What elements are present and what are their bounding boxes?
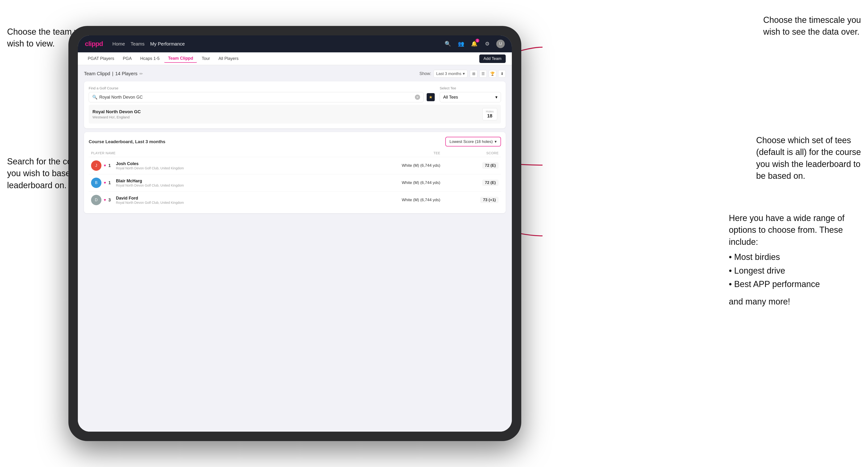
edit-icon[interactable]: ✏	[140, 71, 143, 76]
show-controls: Show: Last 3 months ▾ ⊞ ☰ 🏆 ⬇	[420, 70, 506, 77]
ann-mr-line3: you wish the leaderboard to	[756, 159, 861, 169]
player-count-label: 14 Players	[115, 71, 137, 76]
table-row: J ♥ 1 Josh Coles Royal North Devon Golf …	[89, 157, 501, 174]
tee-select-dropdown[interactable]: All Tees ▾	[440, 92, 501, 102]
main-content: Team Clippd | 14 Players ✏ Show: Last 3 …	[78, 65, 512, 432]
download-icon[interactable]: ⬇	[498, 70, 506, 77]
ipad-device: clippd Home Teams My Performance 🔍 👥 🔔 1…	[68, 26, 521, 441]
col-tee: TEE	[334, 149, 442, 157]
score-badge-2: 73 (+1)	[480, 197, 499, 203]
player-score-2: 73 (+1)	[443, 191, 501, 209]
player-info-1: Blair McHarg Royal North Devon Golf Club…	[116, 179, 184, 187]
annotation-top-right: Choose the timescale you wish to see the…	[763, 14, 861, 38]
ann-tl-line2: wish to view.	[7, 39, 55, 49]
tab-team-clippd[interactable]: Team Clippd	[164, 55, 197, 63]
ann-tr-line2: wish to see the data over.	[763, 27, 860, 36]
tab-pga[interactable]: PGA	[119, 55, 135, 63]
trophy-icon[interactable]: 🏆	[489, 70, 496, 77]
ann-mr-line2: (default is all) for the course	[756, 147, 861, 157]
team-title: Team Clippd | 14 Players ✏	[84, 71, 143, 76]
search-row: 🔍 ✕ ★	[89, 92, 435, 102]
player-club-1: Royal North Devon Golf Club, United King…	[116, 184, 184, 187]
player-cell-0: J ♥ 1 Josh Coles Royal North Devon Golf …	[89, 157, 334, 174]
player-info-2: David Ford Royal North Devon Golf Club, …	[116, 196, 184, 205]
ipad-screen: clippd Home Teams My Performance 🔍 👥 🔔 1…	[78, 35, 512, 432]
holes-label: Holes	[486, 110, 494, 113]
bullet-item-1: Most birdies	[729, 250, 861, 264]
player-name-2: David Ford	[116, 196, 184, 201]
tab-tour[interactable]: Tour	[198, 55, 214, 63]
course-search-input[interactable]	[99, 95, 413, 100]
user-avatar[interactable]: U	[496, 40, 505, 48]
player-name-0: Josh Coles	[116, 161, 184, 166]
tab-pgat-players[interactable]: PGAT Players	[84, 55, 118, 63]
player-rank-2: 3	[108, 198, 114, 203]
bell-icon[interactable]: 🔔 1	[470, 40, 478, 48]
select-tee-label: Select Tee	[440, 86, 501, 90]
annotation-mid-right: Choose which set of tees (default is all…	[756, 134, 861, 182]
leaderboard-table: PLAYER NAME TEE SCORE J ♥ 1 Josh Coles R…	[89, 149, 501, 209]
ann-tr-line1: Choose the timescale you	[763, 15, 861, 25]
nav-link-home[interactable]: Home	[112, 41, 125, 47]
tab-all-players[interactable]: All Players	[215, 55, 242, 63]
notification-badge: 1	[475, 39, 479, 42]
player-score-1: 72 (E)	[443, 174, 501, 191]
heart-icon-2[interactable]: ♥	[104, 198, 106, 202]
tee-section: Select Tee All Tees ▾	[440, 86, 501, 102]
sort-dropdown[interactable]: Lowest Score (18 holes) ▾	[445, 137, 501, 147]
header-row: PLAYER NAME TEE SCORE	[89, 149, 501, 157]
nav-icons: 🔍 👥 🔔 1 ⚙ U	[443, 40, 505, 48]
ann-br-outro: and many more!	[729, 296, 861, 308]
leaderboard-title: Course Leaderboard, Last 3 months	[89, 139, 165, 144]
holes-number: 18	[486, 113, 494, 119]
heart-icon-1[interactable]: ♥	[104, 181, 106, 185]
add-team-button[interactable]: Add Team	[479, 55, 506, 63]
bullet-list: Most birdies Longest drive Best APP perf…	[729, 250, 861, 291]
search-icon[interactable]: 🔍	[443, 40, 452, 48]
favorite-button[interactable]: ★	[427, 93, 435, 101]
ann-mr-line4: be based on.	[756, 171, 805, 181]
heart-icon-0[interactable]: ♥	[104, 163, 106, 168]
top-nav: clippd Home Teams My Performance 🔍 👥 🔔 1…	[78, 35, 512, 52]
annotation-bottom-right: Here you have a wide range of options to…	[729, 212, 861, 308]
player-tee-1: White (M) (6,744 yds)	[334, 174, 442, 191]
player-avatar-2: D	[91, 195, 101, 205]
course-search-box[interactable]: 🔍 ✕	[89, 92, 424, 102]
player-rank-0: 1	[108, 163, 114, 168]
course-result: Royal North Devon GC Westward Ho!, Engla…	[89, 105, 501, 124]
score-badge-0: 72 (E)	[482, 162, 499, 168]
people-icon[interactable]: 👥	[457, 40, 465, 48]
ann-ml-line3: leaderboard on.	[7, 181, 66, 190]
team-name-label: Team Clippd	[84, 71, 110, 76]
view-icons: ⊞ ☰ 🏆 ⬇	[470, 70, 506, 77]
course-search-card: Find a Golf Course 🔍 ✕ ★ Select Tee	[84, 81, 506, 128]
table-body: J ♥ 1 Josh Coles Royal North Devon Golf …	[89, 157, 501, 209]
player-cell-1: B ♥ 1 Blair McHarg Royal North Devon Gol…	[89, 174, 334, 191]
score-badge-1: 72 (E)	[482, 180, 499, 186]
player-tee-0: White (M) (6,744 yds)	[334, 157, 442, 174]
ann-br-intro: Here you have a wide range of options to…	[729, 213, 844, 247]
player-club-0: Royal North Devon Golf Club, United King…	[116, 166, 184, 170]
grid-view-icon[interactable]: ⊞	[470, 70, 477, 77]
tee-value: All Tees	[443, 95, 458, 100]
list-view-icon[interactable]: ☰	[479, 70, 487, 77]
bullet-item-3: Best APP performance	[729, 277, 861, 291]
player-cell-2: D ♥ 3 David Ford Royal North Devon Golf …	[89, 191, 334, 209]
pipe-sep: |	[112, 71, 113, 76]
col-score: SCORE	[443, 149, 501, 157]
col-player: PLAYER NAME	[89, 149, 334, 157]
nav-link-myperformance[interactable]: My Performance	[150, 41, 185, 47]
clear-search-button[interactable]: ✕	[415, 95, 420, 100]
team-header-row: Team Clippd | 14 Players ✏ Show: Last 3 …	[84, 70, 506, 77]
sub-nav: PGAT Players PGA Hcaps 1-5 Team Clippd T…	[78, 52, 512, 65]
chevron-down-icon: ▾	[463, 71, 465, 76]
tab-hcaps[interactable]: Hcaps 1-5	[136, 55, 163, 63]
nav-link-teams[interactable]: Teams	[131, 41, 145, 47]
time-filter-dropdown[interactable]: Last 3 months ▾	[434, 70, 467, 77]
ann-mr-line1: Choose which set of tees	[756, 135, 851, 145]
table-header: PLAYER NAME TEE SCORE	[89, 149, 501, 157]
nav-logo: clippd	[85, 40, 103, 48]
bullet-item-2: Longest drive	[729, 264, 861, 278]
player-rank-1: 1	[108, 181, 114, 185]
settings-icon[interactable]: ⚙	[483, 40, 492, 48]
